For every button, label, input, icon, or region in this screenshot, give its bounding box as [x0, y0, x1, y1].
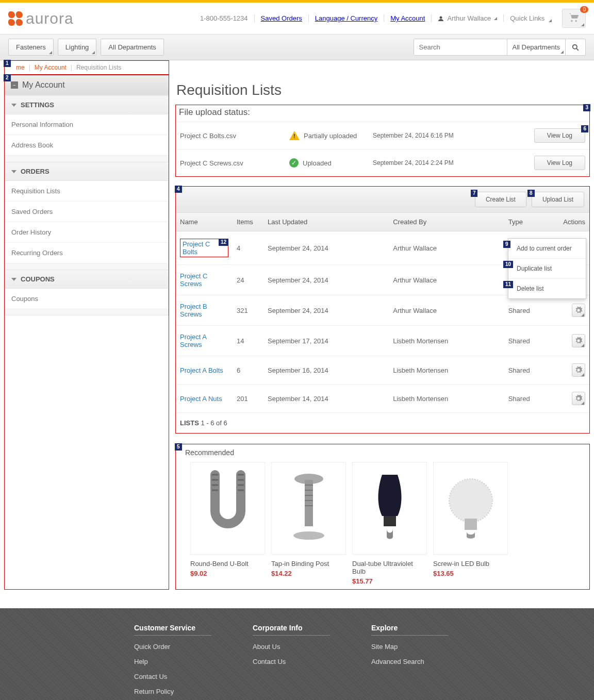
nav-label: Fasteners — [16, 43, 46, 51]
product-image — [271, 462, 346, 555]
row-actions-button[interactable] — [572, 334, 585, 347]
row-actions-button[interactable] — [572, 392, 585, 405]
search-scope-label: All Departments — [513, 43, 560, 51]
create-list-button[interactable]: Create List — [475, 192, 526, 207]
list-toolbar: 7 Create List 8 Upload List — [176, 187, 589, 213]
menu-add-to-order[interactable]: 9 Add to current order — [508, 239, 586, 259]
cell-type: Shared — [504, 385, 558, 413]
cell-actions — [558, 295, 589, 326]
user-menu[interactable]: Arthur Wallace — [432, 14, 504, 22]
list-name-link[interactable]: Project B Screws — [180, 303, 207, 318]
sidebar-item-order-history[interactable]: Order History — [5, 222, 168, 243]
table-row: Project A Nuts 201 September 14, 2014 Li… — [176, 385, 589, 413]
my-account-link[interactable]: My Account — [384, 14, 432, 22]
upload-list-button[interactable]: Upload List — [532, 192, 584, 207]
footer-link[interactable]: Return Policy — [134, 688, 211, 695]
cell-updated: September 24, 2014 — [263, 295, 389, 326]
sidebar-item-coupons[interactable]: Coupons — [5, 289, 168, 309]
row-actions-button[interactable] — [572, 363, 585, 377]
list-name-link[interactable]: Project A Bolts — [180, 366, 223, 374]
list-name-link[interactable]: Project A Screws — [180, 333, 206, 348]
row-actions-button[interactable] — [572, 304, 585, 317]
sidebar-section-orders[interactable]: ORDERS — [5, 162, 168, 181]
main-content: Requisition Lists 3 File upload status: … — [175, 75, 590, 590]
chevron-down-icon — [11, 278, 16, 281]
footer-column: ExploreSite MapAdvanced Search — [371, 624, 449, 700]
product-card[interactable]: Tap-in Binding Post $14.22 — [271, 462, 346, 585]
cell-created-by: Lisbeth Mortensen — [389, 385, 504, 413]
annot-1: 1 — [4, 60, 11, 67]
sidebar-item-recurring-orders[interactable]: Recurring Orders — [5, 243, 168, 263]
footer-link[interactable]: Contact Us — [253, 658, 330, 665]
cart-icon — [568, 12, 580, 23]
footer-link[interactable]: Site Map — [371, 643, 449, 651]
product-price: $9.02 — [190, 570, 265, 577]
phone-number: 1-800-555-1234 — [194, 14, 255, 22]
upload-status-label: Partially uploaded — [304, 132, 357, 140]
product-card[interactable]: Screw-in LED Bulb $13.65 — [433, 462, 508, 585]
nav-all-departments[interactable]: All Departments — [101, 39, 163, 56]
cell-actions — [558, 326, 589, 356]
svg-rect-4 — [305, 480, 313, 526]
language-currency-link[interactable]: Language / Currency — [309, 14, 384, 22]
sidebar-title-label: My Account — [22, 80, 65, 90]
chevron-icon — [49, 51, 52, 54]
search-scope-select[interactable]: All Departments — [507, 39, 565, 55]
search-input[interactable] — [414, 39, 507, 55]
annot-9: 9 — [503, 241, 510, 248]
search-button[interactable] — [565, 39, 585, 55]
cell-created-by: Lisbeth Mortensen — [389, 356, 504, 385]
user-icon — [438, 15, 444, 22]
list-name-link[interactable]: Project C Screws — [180, 272, 207, 288]
nav-fasteners[interactable]: Fasteners — [8, 39, 54, 56]
list-name-link[interactable]: Project C Bolts — [183, 240, 210, 256]
col-created-by: Created By — [389, 213, 504, 231]
sidebar-item-requisition-lists[interactable]: Requisition Lists — [5, 181, 168, 202]
product-card[interactable]: Dual-tube Ultraviolet Bulb $15.77 — [352, 462, 427, 585]
product-name: Screw-in LED Bulb — [433, 560, 508, 568]
breadcrumb-account[interactable]: My Account — [35, 64, 67, 71]
breadcrumb-home[interactable]: me — [16, 64, 25, 71]
sidebar-title: − My Account — [5, 75, 169, 95]
svg-rect-6 — [384, 516, 396, 526]
nav-lighting[interactable]: Lighting — [58, 39, 97, 56]
product-card[interactable]: Round-Bend U-Bolt $9.02 — [190, 462, 265, 585]
breadcrumb-sep: | — [29, 64, 30, 71]
product-price: $13.65 — [433, 570, 508, 577]
list-name-link[interactable]: Project A Nuts — [180, 395, 222, 403]
chevron-down-icon — [560, 51, 564, 54]
brand-logo[interactable]: aurora — [8, 10, 74, 27]
footer-link[interactable]: About Us — [253, 643, 330, 651]
cell-updated: September 17, 2014 — [263, 326, 389, 356]
sidebar-item-saved-orders[interactable]: Saved Orders — [5, 202, 168, 222]
cell-updated: September 16, 2014 — [263, 356, 389, 385]
cell-items: 6 — [233, 356, 263, 385]
sidebar-section-settings[interactable]: SETTINGS — [5, 95, 168, 114]
section-label: ORDERS — [21, 168, 50, 175]
menu-delete[interactable]: 11 Delete list — [508, 279, 586, 298]
quick-links-menu[interactable]: Quick Links — [504, 14, 558, 22]
nav-label: All Departments — [108, 43, 156, 51]
footer-link[interactable]: Advanced Search — [371, 658, 449, 665]
annot-7: 7 — [471, 190, 478, 197]
sidebar-section-coupons[interactable]: COUPONS — [5, 270, 168, 289]
view-log-button[interactable]: View Log — [534, 156, 585, 170]
upload-status-section: 3 File upload status: Project C Bolts.cs… — [175, 105, 590, 177]
sidebar-item-personal-info[interactable]: Personal Information — [5, 114, 168, 135]
cart-button[interactable]: 0 — [562, 9, 586, 28]
collapse-icon[interactable]: − — [11, 81, 18, 89]
menu-duplicate[interactable]: 10 Duplicate list — [508, 259, 586, 279]
footer-link[interactable]: Quick Order — [134, 643, 211, 651]
view-log-button[interactable]: View Log — [534, 128, 585, 143]
cell-name: Project A Nuts — [176, 385, 233, 413]
col-type: Type — [504, 213, 558, 231]
svg-point-0 — [440, 16, 442, 19]
sidebar-item-address-book[interactable]: Address Book — [5, 135, 168, 156]
saved-orders-link[interactable]: Saved Orders — [255, 14, 309, 22]
footer-link[interactable]: Contact Us — [134, 673, 211, 680]
footer-link[interactable]: Help — [134, 658, 211, 665]
warning-icon — [289, 131, 300, 140]
table-row: Project A Bolts 6 September 16, 2014 Lis… — [176, 356, 589, 385]
product-name: Tap-in Binding Post — [271, 560, 346, 568]
resize-icon — [581, 23, 584, 26]
